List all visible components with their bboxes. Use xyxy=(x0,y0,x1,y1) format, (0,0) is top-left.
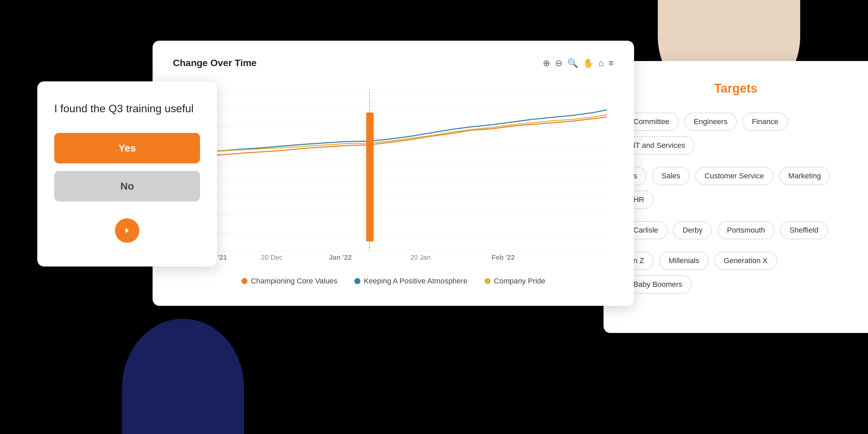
legend-label-2: Keeping A Positive Atmosphere xyxy=(364,277,468,285)
survey-question: I found the Q3 training useful xyxy=(54,102,200,116)
no-button[interactable]: No xyxy=(54,171,200,201)
tag-finance[interactable]: Finance xyxy=(742,113,788,131)
svg-text:20 Dec: 20 Dec xyxy=(261,254,282,261)
targets-section-3: Carlisle Derby Portsmouth Sheffield xyxy=(624,221,848,239)
tag-sales[interactable]: Sales xyxy=(652,167,690,185)
targets-card: Targets Committee Engineers Finance IT a… xyxy=(604,61,868,333)
survey-card: I found the Q3 training useful Yes No xyxy=(37,81,217,267)
chart-header: Change Over Time ⊕ ⊖ 🔍 ✋ ⌂ ≡ xyxy=(173,58,614,68)
targets-section-4: n Z Millenials Generation X Baby Boomers xyxy=(624,252,848,294)
tags-row-3: Carlisle Derby Portsmouth Sheffield xyxy=(624,221,848,239)
legend-item-1: Championing Core Values xyxy=(241,277,337,285)
tag-baby-boomers[interactable]: Baby Boomers xyxy=(624,275,692,294)
svg-text:20 Jan: 20 Jan xyxy=(410,254,431,261)
home-icon[interactable]: ⌂ xyxy=(598,58,604,68)
legend-label-1: Championing Core Values xyxy=(251,277,337,285)
targets-section-1: Committee Engineers Finance IT and Servi… xyxy=(624,113,848,155)
tag-it-services[interactable]: IT and Services xyxy=(624,136,694,155)
legend-item-2: Keeping A Positive Atmosphere xyxy=(354,277,468,285)
zoom-out-icon[interactable]: ⊖ xyxy=(555,58,563,68)
legend-item-3: Company Pride xyxy=(485,277,546,285)
tags-row-1: Committee Engineers Finance IT and Servi… xyxy=(624,113,848,155)
chart-legend: Championing Core Values Keeping A Positi… xyxy=(173,277,614,285)
tag-portsmouth[interactable]: Portsmouth xyxy=(717,221,775,239)
tag-millenials[interactable]: Millenials xyxy=(659,252,709,270)
legend-dot-1 xyxy=(241,278,248,284)
next-button[interactable] xyxy=(115,218,139,243)
chart-card: Change Over Time ⊕ ⊖ 🔍 ✋ ⌂ ≡ 100 90 80 xyxy=(153,41,634,306)
chart-title: Change Over Time xyxy=(173,58,257,68)
menu-icon[interactable]: ≡ xyxy=(609,58,614,68)
legend-dot-3 xyxy=(485,278,491,284)
tag-engineers[interactable]: Engineers xyxy=(684,113,737,131)
targets-title: Targets xyxy=(624,81,848,96)
svg-text:Jan '22: Jan '22 xyxy=(329,254,352,261)
svg-text:Action created: Action created xyxy=(419,167,426,207)
pan-icon[interactable]: ✋ xyxy=(583,58,594,68)
tag-customer-service[interactable]: Customer Service xyxy=(695,167,773,185)
blob-navy xyxy=(122,319,244,434)
tag-sheffield[interactable]: Sheffield xyxy=(780,221,828,239)
svg-text:Feb '22: Feb '22 xyxy=(492,254,515,261)
tags-row-2: s Sales Customer Service Marketing HR xyxy=(624,167,848,209)
tag-marketing[interactable]: Marketing xyxy=(779,167,831,185)
legend-label-3: Company Pride xyxy=(494,277,546,285)
chart-svg: 100 90 80 70 60 50 40 30 20 10 Dec '21 2… xyxy=(173,79,614,269)
chart-controls: ⊕ ⊖ 🔍 ✋ ⌂ ≡ xyxy=(543,58,614,68)
targets-section-2: s Sales Customer Service Marketing HR xyxy=(624,167,848,209)
tags-row-4: n Z Millenials Generation X Baby Boomers xyxy=(624,252,848,294)
yes-button[interactable]: Yes xyxy=(54,133,200,163)
svg-rect-26 xyxy=(366,113,374,241)
zoom-in-icon[interactable]: ⊕ xyxy=(543,58,550,68)
chart-area: 100 90 80 70 60 50 40 30 20 10 Dec '21 2… xyxy=(173,79,614,269)
tag-gen-x[interactable]: Generation X xyxy=(714,252,777,270)
legend-dot-2 xyxy=(354,278,360,284)
tag-derby[interactable]: Derby xyxy=(673,221,712,239)
search-icon[interactable]: 🔍 xyxy=(567,58,578,68)
